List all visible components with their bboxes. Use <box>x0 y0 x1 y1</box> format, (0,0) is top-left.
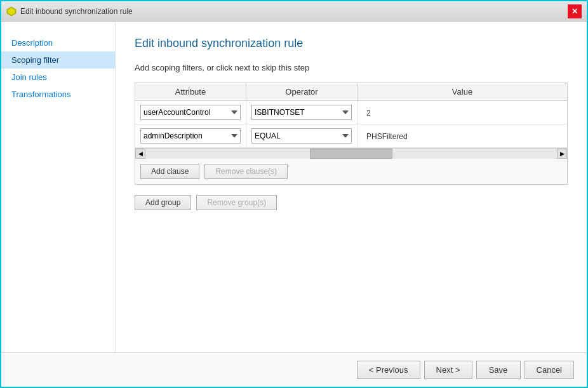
operator-cell-1: ISBITNOTSET <box>246 101 357 124</box>
operator-cell-2: EQUAL <box>246 124 357 147</box>
sidebar: Description Scoping filter Join rules Tr… <box>1 22 116 352</box>
cancel-button[interactable]: Cancel <box>525 361 574 379</box>
app-icon <box>6 6 17 17</box>
remove-groups-button[interactable]: Remove group(s) <box>196 195 277 210</box>
attribute-select-1[interactable]: userAccountControl <box>140 105 241 120</box>
table-header: Attribute Operator Value <box>135 83 567 101</box>
sidebar-item-join-rules[interactable]: Join rules <box>1 69 115 86</box>
main-content: Edit inbound synchronization rule Add sc… <box>116 22 587 352</box>
content-area: Description Scoping filter Join rules Tr… <box>1 22 587 352</box>
column-operator: Operator <box>246 83 357 100</box>
operator-select-1[interactable]: ISBITNOTSET <box>251 105 352 120</box>
clause-buttons-row: Add clause Remove clause(s) <box>135 158 567 184</box>
column-attribute: Attribute <box>135 83 246 100</box>
instruction-text: Add scoping filters, or click next to sk… <box>135 63 568 72</box>
main-window: Edit inbound synchronization rule ✕ Desc… <box>0 0 588 388</box>
remove-clauses-button[interactable]: Remove clause(s) <box>204 164 288 179</box>
close-button[interactable]: ✕ <box>568 4 582 18</box>
scrollbar-thumb <box>310 149 392 159</box>
attribute-select-2[interactable]: adminDescription <box>140 128 241 144</box>
horizontal-scrollbar[interactable]: ◀ ▶ <box>135 148 567 158</box>
previous-button[interactable]: < Previous <box>357 361 420 379</box>
page-heading: Edit inbound synchronization rule <box>135 37 568 50</box>
footer: < Previous Next > Save Cancel <box>1 352 587 387</box>
sidebar-item-description[interactable]: Description <box>1 34 115 51</box>
save-button[interactable]: Save <box>476 361 521 379</box>
next-button[interactable]: Next > <box>424 361 472 379</box>
add-clause-button[interactable]: Add clause <box>140 164 199 179</box>
sidebar-item-scoping-filter[interactable]: Scoping filter <box>1 51 115 69</box>
add-group-button[interactable]: Add group <box>135 195 191 210</box>
value-text-1: 2 <box>363 107 375 119</box>
title-bar-left: Edit inbound synchronization rule <box>6 6 133 17</box>
group-buttons-row: Add group Remove group(s) <box>135 195 568 210</box>
table-row: adminDescription EQUAL PHSFiltered <box>135 124 567 148</box>
scrollbar-track[interactable] <box>145 149 557 159</box>
scroll-right-btn[interactable]: ▶ <box>557 149 567 159</box>
title-bar-text: Edit inbound synchronization rule <box>20 7 133 16</box>
attribute-cell-1: userAccountControl <box>135 101 246 124</box>
title-bar: Edit inbound synchronization rule ✕ <box>1 1 587 22</box>
operator-select-2[interactable]: EQUAL <box>251 128 352 144</box>
column-value: Value <box>357 83 567 100</box>
value-text-2: PHSFiltered <box>363 130 411 143</box>
table-row: userAccountControl ISBITNOTSET 2 <box>135 101 567 124</box>
value-cell-1: 2 <box>357 104 567 121</box>
filter-table-container: Attribute Operator Value userAccountCont… <box>135 83 568 185</box>
scroll-left-btn[interactable]: ◀ <box>135 149 145 159</box>
sidebar-item-transformations[interactable]: Transformations <box>1 86 115 103</box>
attribute-cell-2: adminDescription <box>135 124 246 147</box>
value-cell-2: PHSFiltered <box>357 128 567 145</box>
